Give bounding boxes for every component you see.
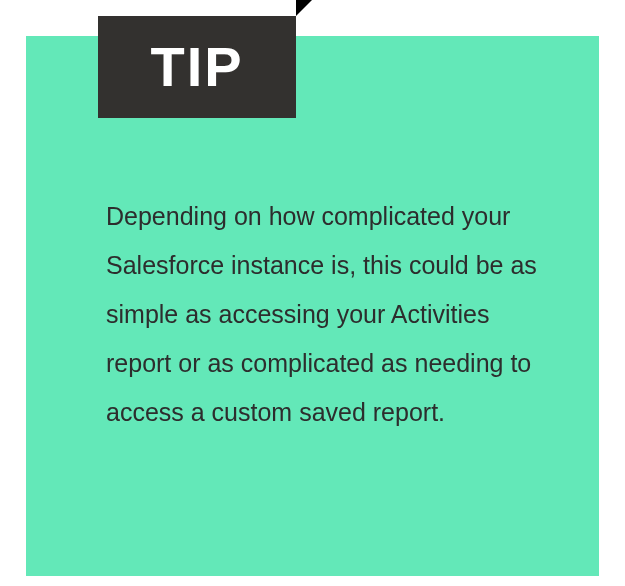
ribbon-fold-icon [296, 0, 312, 16]
tip-badge-label: TIP [150, 39, 243, 95]
tip-card: TIP Depending on how complicated your Sa… [0, 0, 625, 586]
tip-badge: TIP [98, 0, 312, 118]
tip-body-text: Depending on how complicated your Salesf… [106, 192, 546, 437]
tip-badge-box: TIP [98, 16, 296, 118]
